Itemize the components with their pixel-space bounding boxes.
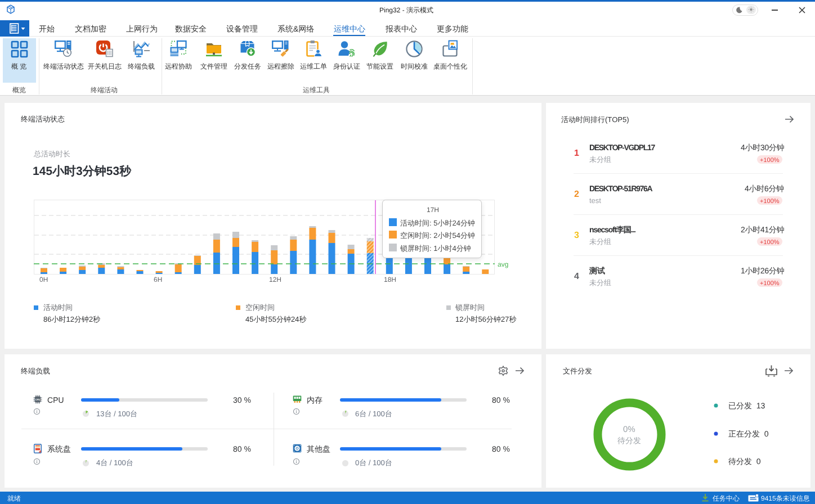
svg-text:CPU: CPU xyxy=(35,398,41,401)
